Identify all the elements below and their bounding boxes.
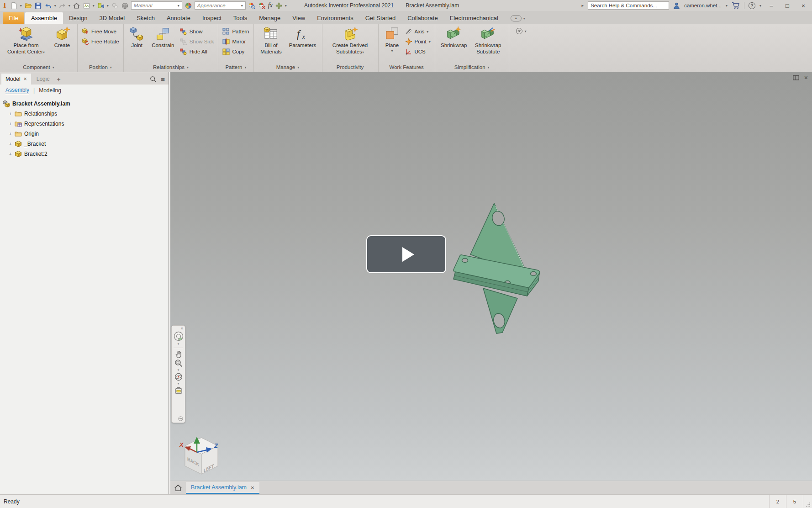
shrinkwrap-button[interactable]: Shrinkwrap	[439, 26, 469, 49]
pan-icon[interactable]	[174, 349, 183, 359]
resize-grip[interactable]	[803, 495, 812, 508]
redo-caret-icon[interactable]: ▾	[69, 4, 70, 8]
tab-3d-model[interactable]: 3D Model	[94, 12, 131, 24]
undo-icon[interactable]	[44, 2, 52, 10]
restore-window-icon[interactable]	[793, 75, 799, 80]
browser-menu-icon[interactable]: ≡	[161, 76, 165, 83]
panel-label-manage[interactable]: Manage▾	[254, 64, 322, 72]
material-dropdown[interactable]: Material ▾	[131, 1, 182, 10]
parameters-quick-icon[interactable]: fx	[268, 2, 273, 9]
home-tab-button[interactable]	[174, 484, 182, 492]
image-view-caret-icon[interactable]: ▾	[93, 4, 95, 8]
new-file-icon[interactable]	[10, 2, 18, 10]
tab-assemble[interactable]: Assemble	[25, 12, 63, 24]
panel-label-pattern[interactable]: Pattern▾	[218, 64, 253, 72]
tree-item-representations[interactable]: + Representations	[3, 119, 169, 129]
adjust-appearance-icon[interactable]	[248, 2, 256, 10]
close-button[interactable]: ×	[797, 2, 809, 9]
tree-item-relationships[interactable]: + Relationships	[3, 109, 169, 119]
expander-icon[interactable]: +	[8, 121, 12, 127]
document-tab[interactable]: Bracket Assembly.iam ×	[186, 482, 259, 494]
panel-label-relationships[interactable]: Relationships▾	[124, 64, 218, 72]
navbar-close-icon[interactable]: ×	[181, 327, 183, 331]
customize-qat-caret-icon[interactable]: ▾	[285, 4, 287, 8]
tab-annotate[interactable]: Annotate	[161, 12, 196, 24]
axis-button[interactable]: Axis ▾	[405, 28, 431, 35]
plane-button[interactable]: Plane ▾	[383, 26, 402, 53]
mirror-button[interactable]: Mirror	[222, 38, 249, 45]
tree-item-bracket-1[interactable]: + _Bracket	[3, 139, 169, 149]
ucs-button[interactable]: UCS	[405, 48, 431, 55]
material-sphere-icon[interactable]	[121, 2, 129, 10]
point-button[interactable]: Point ▾	[405, 38, 431, 45]
tab-collaborate[interactable]: Collaborate	[401, 12, 444, 24]
user-account-button[interactable]: cameron.whet...	[684, 3, 722, 8]
home-icon[interactable]	[73, 2, 80, 10]
pattern-button[interactable]: Pattern	[222, 28, 249, 35]
bill-of-materials-button[interactable]: Bill of Materials	[258, 26, 285, 55]
clear-appearance-icon[interactable]	[258, 2, 266, 10]
save-icon[interactable]	[34, 2, 42, 10]
help-icon[interactable]: ?	[749, 2, 755, 9]
panel-label-work-features[interactable]: Work Features	[379, 64, 435, 72]
panel-label-productivity[interactable]: Productivity	[322, 64, 378, 72]
tab-view[interactable]: View	[286, 12, 311, 24]
search-expand-icon[interactable]: ▸	[582, 3, 584, 8]
parameters-button[interactable]: fx Parameters	[288, 26, 318, 49]
panel-overflow-button[interactable]: ▾	[516, 27, 527, 35]
user-caret-icon[interactable]: ▾	[726, 4, 728, 8]
zoom-caret-icon[interactable]: ▾	[178, 368, 179, 372]
panel-label-component[interactable]: Component▾	[0, 64, 77, 72]
tab-file[interactable]: File	[3, 12, 24, 24]
appearance-dropdown[interactable]: Appearance ▾	[195, 1, 246, 10]
tab-manage[interactable]: Manage	[253, 12, 286, 24]
view-cube[interactable]: BACK LEFT X Z	[179, 433, 224, 481]
panel-label-simplification[interactable]: Simplification▾	[435, 64, 509, 72]
cart-icon[interactable]	[732, 2, 740, 9]
free-rotate-button[interactable]: Free Rotate	[82, 38, 119, 45]
zoom-icon[interactable]	[174, 359, 183, 368]
video-play-button[interactable]	[366, 235, 446, 273]
view-assembly-link[interactable]: Assembly	[5, 87, 29, 94]
show-relationships-button[interactable]: Show	[180, 28, 214, 35]
appearance-sphere-icon[interactable]	[185, 2, 192, 10]
image-view-icon[interactable]	[83, 2, 90, 10]
tab-environments[interactable]: Environments	[311, 12, 359, 24]
tree-item-bracket-2[interactable]: + Bracket:2	[3, 149, 169, 159]
search-input[interactable]	[588, 1, 669, 10]
add-browser-tab-button[interactable]: +	[55, 76, 62, 85]
hide-all-relationships-button[interactable]: Hide All	[180, 48, 214, 55]
browser-search-icon[interactable]	[150, 76, 157, 83]
undo-caret-icon[interactable]: ▾	[54, 4, 56, 8]
tab-sketch[interactable]: Sketch	[131, 12, 161, 24]
expander-icon[interactable]: +	[8, 151, 12, 157]
expander-icon[interactable]: +	[8, 141, 12, 147]
create-derived-substitutes-button[interactable]: Create Derived Substitutes▾	[327, 26, 374, 55]
close-model-tab-icon[interactable]: ×	[24, 76, 27, 82]
shrinkwrap-substitute-button[interactable]: Shrinkwrap Substitute	[472, 26, 505, 55]
bracket-assembly-model[interactable]	[448, 192, 557, 343]
wheel-caret-icon[interactable]: ▾	[178, 342, 179, 346]
joint-button[interactable]: Joint	[128, 26, 146, 49]
create-component-button[interactable]: Create	[51, 26, 73, 49]
orbit-icon[interactable]	[174, 372, 183, 381]
expander-icon[interactable]: +	[8, 131, 12, 137]
tree-item-origin[interactable]: + Origin	[3, 129, 169, 139]
place-from-content-center-button[interactable]: Place from Content Center▾	[4, 26, 48, 55]
open-file-icon[interactable]	[24, 2, 32, 10]
inventor-logo-icon[interactable]: I	[2, 1, 8, 10]
update-icon[interactable]	[97, 2, 105, 10]
3d-canvas[interactable]: × × ▾ ▾ ▾	[170, 72, 812, 481]
minimize-button[interactable]: –	[765, 2, 777, 9]
view-modeling-link[interactable]: Modeling	[39, 87, 61, 94]
navbar-customize-icon[interactable]	[178, 416, 183, 421]
browser-tab-logic[interactable]: Logic	[32, 74, 54, 85]
panel-label-position[interactable]: Position▾	[78, 64, 123, 72]
tab-electromechanical[interactable]: Electromechanical	[444, 12, 504, 24]
browser-tab-model[interactable]: Model ×	[1, 74, 31, 85]
tab-get-started[interactable]: Get Started	[359, 12, 401, 24]
constrain-button[interactable]: Constrain	[149, 26, 177, 49]
tab-tools[interactable]: Tools	[227, 12, 253, 24]
navigation-wheel-icon[interactable]	[173, 331, 184, 342]
new-file-caret-icon[interactable]: ▾	[20, 4, 22, 8]
